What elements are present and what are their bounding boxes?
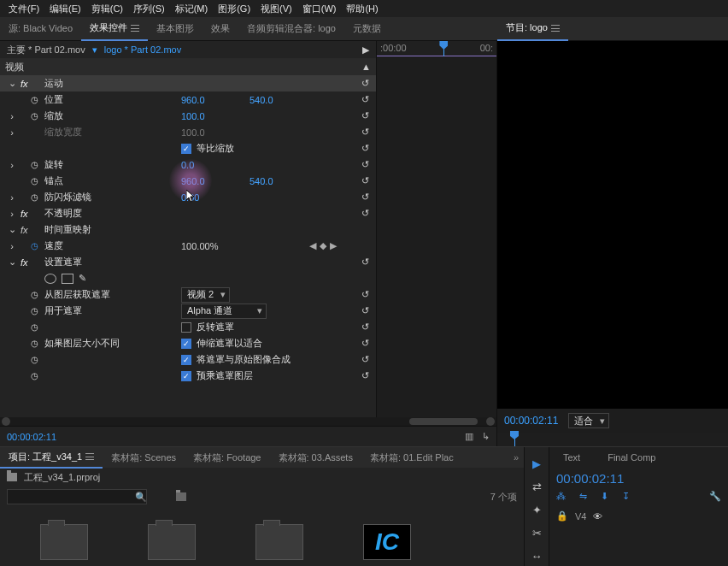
prop-premult[interactable]: ◷ 预乘遮罩图层 ↺ (0, 368, 376, 384)
add-keyframe-icon[interactable]: ◆ (320, 240, 326, 251)
reset-position[interactable]: ↺ (347, 94, 373, 105)
track-row-v4[interactable]: 🔒 V4 👁 (555, 509, 723, 523)
tab-effects[interactable]: 效果 (203, 17, 238, 40)
ec-keyframe-area[interactable] (377, 56, 496, 417)
menu-file[interactable]: 文件(F) (3, 1, 44, 17)
razor-tool-icon[interactable]: ✂ (532, 527, 542, 539)
stopwatch-icon[interactable]: ◷ (31, 192, 44, 202)
stopwatch-icon[interactable]: ◷ (31, 176, 44, 186)
new-bin-icon[interactable] (176, 492, 186, 501)
reset-invert[interactable]: ↺ (347, 321, 373, 333)
ripple-tool-icon[interactable]: ✦ (532, 504, 542, 516)
reset-stretch[interactable]: ↺ (347, 338, 373, 349)
collapse-icon[interactable]: ▲ (361, 62, 371, 72)
antiflicker-value[interactable]: 0.00 (181, 192, 250, 203)
stopwatch-icon[interactable]: ◷ (31, 95, 44, 104)
tab-audio-mixer[interactable]: 音频剪辑混合器: logo (238, 17, 344, 40)
menu-window[interactable]: 窗口(W) (297, 1, 342, 17)
rect-mask-icon[interactable] (62, 274, 73, 284)
eye-icon[interactable]: 👁 (593, 511, 602, 522)
slip-tool-icon[interactable]: ↔ (531, 550, 543, 563)
channel-select[interactable]: Alpha 通道 (181, 304, 267, 319)
tab-program[interactable]: 节目: logo (497, 16, 568, 41)
bin-item-1[interactable] (34, 524, 94, 564)
prop-anchor[interactable]: ◷ 锚点 960.0 540.0 ↺ (0, 173, 376, 189)
reset-premult[interactable]: ↺ (347, 370, 373, 381)
program-timecode[interactable]: 00:00:02:11 (504, 415, 558, 427)
panel-menu-icon[interactable] (131, 25, 139, 32)
effect-opacity[interactable]: ›fx 不透明度 ↺ (0, 205, 376, 221)
pen-mask-icon[interactable]: ✎ (79, 273, 86, 284)
linked-selection-icon[interactable]: ⇋ (579, 491, 587, 502)
prop-scale[interactable]: ›◷ 缩放 100.0 ↺ (0, 108, 376, 124)
reset-motion[interactable]: ↺ (347, 78, 373, 89)
reset-usefor[interactable]: ↺ (347, 305, 373, 316)
next-keyframe-icon[interactable]: ▶ (330, 240, 337, 251)
ec-timecode[interactable]: 00:00:02:11 (7, 432, 56, 442)
reset-takematte[interactable]: ↺ (347, 289, 373, 300)
reset-composite[interactable]: ↺ (347, 354, 373, 365)
tab-metadata[interactable]: 元数据 (344, 17, 390, 40)
scroll-knob-left[interactable] (2, 417, 10, 426)
composite-checkbox[interactable] (181, 355, 191, 365)
toggle-view-icon[interactable]: ▥ (465, 431, 473, 442)
prop-uniform-scale[interactable]: 等比缩放 ↺ (0, 140, 376, 156)
project-tab-scenes[interactable]: 素材箱: Scenes (103, 448, 185, 468)
lock-icon[interactable]: 🔒 (556, 510, 568, 522)
project-tab-editplace[interactable]: 素材箱: 01.Edit Plac (361, 448, 462, 468)
track-select-tool-icon[interactable]: ⇄ (532, 481, 542, 493)
ellipse-mask-icon[interactable] (44, 274, 56, 284)
settings-wrench-icon[interactable]: 🔧 (709, 491, 721, 502)
chevron-down-icon[interactable]: ▾ (92, 44, 97, 56)
stopwatch-icon[interactable]: ◷ (31, 111, 44, 121)
wrench-icon[interactable]: ↳ (482, 431, 490, 442)
reset-rotation[interactable]: ↺ (347, 159, 373, 170)
layer-select[interactable]: 视频 2 (181, 287, 230, 303)
search-icon[interactable]: 🔍 (135, 492, 147, 503)
prop-take-matte-from[interactable]: ◷ 从图层获取遮罩 视频 2 ↺ (0, 286, 376, 303)
project-search-input[interactable] (7, 489, 147, 504)
prop-position[interactable]: ◷ 位置 960.0 540.0 ↺ (0, 91, 376, 108)
panel-menu-icon[interactable] (85, 453, 94, 460)
program-ruler[interactable] (497, 433, 728, 446)
marker-add-icon[interactable]: ⬇ (601, 491, 608, 502)
insert-icon[interactable]: ↧ (622, 491, 630, 502)
position-y[interactable]: 540.0 (250, 95, 309, 105)
effect-set-matte[interactable]: ⌄fx 设置遮罩 ↺ (0, 254, 376, 270)
uniform-scale-checkbox[interactable] (181, 144, 191, 154)
ec-scroll[interactable] (0, 417, 496, 426)
stretch-checkbox[interactable] (181, 339, 191, 349)
bin-item-2[interactable] (142, 524, 202, 564)
snap-icon[interactable]: ⁂ (556, 491, 566, 502)
prop-use-for-matte[interactable]: ◷ 用于遮罩 Alpha 通道 ↺ (0, 303, 376, 319)
play-icon[interactable]: ▶ (362, 44, 369, 56)
program-playhead[interactable] (514, 433, 515, 446)
scale-value[interactable]: 100.0 (181, 111, 250, 121)
anchor-x[interactable]: 960.0 (181, 176, 250, 186)
menu-mark[interactable]: 标记(M) (170, 1, 214, 17)
reset-scale[interactable]: ↺ (347, 110, 373, 121)
program-menu-icon[interactable] (551, 25, 560, 32)
prop-antiflicker[interactable]: ›◷ 防闪烁滤镜 0.00 ↺ (0, 189, 376, 205)
reset-antiflicker[interactable]: ↺ (347, 192, 373, 203)
timeline-tab-text[interactable]: Text (549, 449, 594, 466)
reset-anchor[interactable]: ↺ (347, 175, 373, 186)
child-clip-link[interactable]: logo * Part 02.mov (104, 44, 182, 55)
prop-rotation[interactable]: ›◷ 旋转 0.0 ↺ (0, 156, 376, 173)
ec-timeline-ruler[interactable]: :00:00 00: Part 02.mov (377, 41, 496, 56)
menu-view[interactable]: 视图(V) (255, 1, 297, 17)
logo-item[interactable]: IC (357, 524, 417, 564)
stopwatch-icon[interactable]: ◷ (31, 160, 44, 169)
menu-help[interactable]: 帮助(H) (341, 1, 383, 17)
prev-keyframe-icon[interactable]: ◀ (309, 240, 316, 251)
project-tab-footage[interactable]: 素材箱: Footage (185, 448, 269, 468)
stopwatch-icon[interactable]: ◷ (31, 306, 44, 315)
timeline-timecode[interactable]: 00:00:02:11 (549, 468, 728, 489)
stopwatch-icon[interactable]: ◷ (31, 241, 44, 251)
parent-clip[interactable]: 主要 * Part 02.mov (7, 44, 85, 56)
tabs-overflow-icon[interactable]: » (508, 452, 524, 463)
rotation-value[interactable]: 0.0 (181, 160, 250, 170)
prop-composite[interactable]: ◷ 将遮罩与原始图像合成 ↺ (0, 351, 376, 368)
timeline-tab-final[interactable]: Final Comp (594, 449, 669, 466)
menu-graphics[interactable]: 图形(G) (213, 1, 255, 17)
